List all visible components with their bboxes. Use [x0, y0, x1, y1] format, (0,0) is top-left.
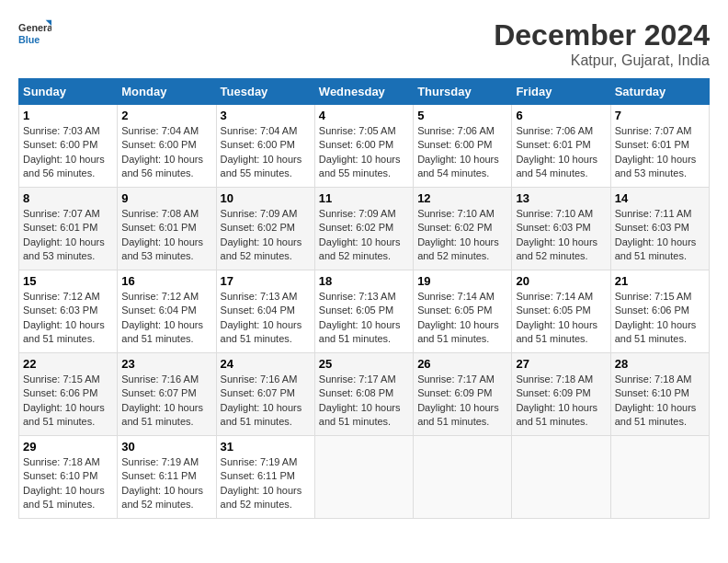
table-cell: 7Sunrise: 7:07 AM Sunset: 6:01 PM Daylig… [610, 105, 709, 188]
table-cell: 15Sunrise: 7:12 AM Sunset: 6:03 PM Dayli… [19, 270, 118, 353]
day-info: Sunrise: 7:19 AM Sunset: 6:11 PM Dayligh… [121, 455, 211, 512]
table-cell: 30Sunrise: 7:19 AM Sunset: 6:11 PM Dayli… [118, 436, 216, 519]
day-info: Sunrise: 7:06 AM Sunset: 6:01 PM Dayligh… [516, 124, 606, 181]
day-info: Sunrise: 7:07 AM Sunset: 6:01 PM Dayligh… [615, 124, 705, 181]
day-number: 9 [121, 191, 211, 205]
table-cell: 12Sunrise: 7:10 AM Sunset: 6:02 PM Dayli… [414, 188, 512, 270]
day-number: 26 [417, 357, 507, 371]
day-info: Sunrise: 7:04 AM Sunset: 6:00 PM Dayligh… [121, 124, 211, 181]
day-info: Sunrise: 7:17 AM Sunset: 6:08 PM Dayligh… [319, 373, 409, 430]
table-cell: 22Sunrise: 7:15 AM Sunset: 6:06 PM Dayli… [19, 353, 118, 436]
logo: General Blue [18, 18, 51, 52]
day-info: Sunrise: 7:15 AM Sunset: 6:06 PM Dayligh… [23, 373, 113, 430]
logo-icon: General Blue [18, 18, 51, 52]
table-cell: 21Sunrise: 7:15 AM Sunset: 6:06 PM Dayli… [610, 270, 709, 353]
day-number: 17 [221, 274, 311, 288]
table-cell [314, 436, 413, 519]
header-monday: Monday [118, 79, 216, 105]
table-cell: 31Sunrise: 7:19 AM Sunset: 6:11 PM Dayli… [216, 436, 314, 519]
table-cell: 9Sunrise: 7:08 AM Sunset: 6:01 PM Daylig… [118, 188, 216, 270]
table-cell: 1Sunrise: 7:03 AM Sunset: 6:00 PM Daylig… [19, 105, 118, 188]
table-cell: 23Sunrise: 7:16 AM Sunset: 6:07 PM Dayli… [118, 353, 216, 436]
week-row-4: 22Sunrise: 7:15 AM Sunset: 6:06 PM Dayli… [19, 353, 710, 436]
day-info: Sunrise: 7:12 AM Sunset: 6:03 PM Dayligh… [23, 290, 113, 347]
day-number: 29 [23, 440, 113, 454]
title-block: December 2024 Katpur, Gujarat, India [494, 18, 710, 69]
day-info: Sunrise: 7:18 AM Sunset: 6:09 PM Dayligh… [516, 373, 606, 430]
day-number: 22 [23, 357, 113, 371]
table-cell: 6Sunrise: 7:06 AM Sunset: 6:01 PM Daylig… [512, 105, 610, 188]
day-number: 21 [615, 274, 705, 288]
table-cell: 29Sunrise: 7:18 AM Sunset: 6:10 PM Dayli… [19, 436, 118, 519]
day-number: 30 [121, 440, 211, 454]
table-cell: 2Sunrise: 7:04 AM Sunset: 6:00 PM Daylig… [118, 105, 216, 188]
header-friday: Friday [512, 79, 610, 105]
day-number: 28 [615, 357, 705, 371]
table-cell: 11Sunrise: 7:09 AM Sunset: 6:02 PM Dayli… [314, 188, 413, 270]
day-info: Sunrise: 7:03 AM Sunset: 6:00 PM Dayligh… [23, 124, 113, 181]
day-info: Sunrise: 7:18 AM Sunset: 6:10 PM Dayligh… [615, 373, 705, 430]
table-cell: 5Sunrise: 7:06 AM Sunset: 6:00 PM Daylig… [414, 105, 512, 188]
table-cell: 26Sunrise: 7:17 AM Sunset: 6:09 PM Dayli… [414, 353, 512, 436]
week-row-2: 8Sunrise: 7:07 AM Sunset: 6:01 PM Daylig… [19, 188, 710, 270]
table-cell [512, 436, 610, 519]
table-cell: 25Sunrise: 7:17 AM Sunset: 6:08 PM Dayli… [314, 353, 413, 436]
day-info: Sunrise: 7:15 AM Sunset: 6:06 PM Dayligh… [615, 290, 705, 347]
week-row-5: 29Sunrise: 7:18 AM Sunset: 6:10 PM Dayli… [19, 436, 710, 519]
day-info: Sunrise: 7:14 AM Sunset: 6:05 PM Dayligh… [516, 290, 606, 347]
day-info: Sunrise: 7:09 AM Sunset: 6:02 PM Dayligh… [221, 207, 311, 264]
table-cell: 4Sunrise: 7:05 AM Sunset: 6:00 PM Daylig… [314, 105, 413, 188]
day-number: 20 [516, 274, 606, 288]
calendar-table: Sunday Monday Tuesday Wednesday Thursday… [18, 78, 710, 519]
table-cell: 8Sunrise: 7:07 AM Sunset: 6:01 PM Daylig… [19, 188, 118, 270]
day-info: Sunrise: 7:19 AM Sunset: 6:11 PM Dayligh… [221, 455, 311, 512]
svg-text:General: General [18, 22, 51, 33]
day-info: Sunrise: 7:14 AM Sunset: 6:05 PM Dayligh… [417, 290, 507, 347]
day-number: 16 [121, 274, 211, 288]
day-info: Sunrise: 7:06 AM Sunset: 6:00 PM Dayligh… [417, 124, 507, 181]
table-cell: 20Sunrise: 7:14 AM Sunset: 6:05 PM Dayli… [512, 270, 610, 353]
header-saturday: Saturday [610, 79, 709, 105]
day-info: Sunrise: 7:11 AM Sunset: 6:03 PM Dayligh… [615, 207, 705, 264]
day-number: 3 [221, 109, 311, 122]
table-cell: 27Sunrise: 7:18 AM Sunset: 6:09 PM Dayli… [512, 353, 610, 436]
day-info: Sunrise: 7:12 AM Sunset: 6:04 PM Dayligh… [121, 290, 211, 347]
day-info: Sunrise: 7:17 AM Sunset: 6:09 PM Dayligh… [417, 373, 507, 430]
day-number: 2 [121, 109, 211, 122]
day-number: 27 [516, 357, 606, 371]
day-info: Sunrise: 7:16 AM Sunset: 6:07 PM Dayligh… [121, 373, 211, 430]
day-number: 10 [221, 191, 311, 205]
day-info: Sunrise: 7:10 AM Sunset: 6:02 PM Dayligh… [417, 207, 507, 264]
day-number: 1 [23, 109, 113, 122]
header-wednesday: Wednesday [314, 79, 413, 105]
day-info: Sunrise: 7:04 AM Sunset: 6:00 PM Dayligh… [221, 124, 311, 181]
day-number: 31 [221, 440, 311, 454]
table-cell [414, 436, 512, 519]
day-info: Sunrise: 7:16 AM Sunset: 6:07 PM Dayligh… [221, 373, 311, 430]
day-number: 13 [516, 191, 606, 205]
week-row-1: 1Sunrise: 7:03 AM Sunset: 6:00 PM Daylig… [19, 105, 710, 188]
day-number: 19 [417, 274, 507, 288]
table-cell: 16Sunrise: 7:12 AM Sunset: 6:04 PM Dayli… [118, 270, 216, 353]
day-number: 14 [615, 191, 705, 205]
table-cell: 13Sunrise: 7:10 AM Sunset: 6:03 PM Dayli… [512, 188, 610, 270]
day-info: Sunrise: 7:10 AM Sunset: 6:03 PM Dayligh… [516, 207, 606, 264]
table-cell [610, 436, 709, 519]
day-number: 4 [319, 109, 409, 122]
day-info: Sunrise: 7:13 AM Sunset: 6:04 PM Dayligh… [221, 290, 311, 347]
day-number: 6 [516, 109, 606, 122]
day-info: Sunrise: 7:09 AM Sunset: 6:02 PM Dayligh… [319, 207, 409, 264]
day-number: 8 [23, 191, 113, 205]
day-number: 12 [417, 191, 507, 205]
day-info: Sunrise: 7:13 AM Sunset: 6:05 PM Dayligh… [319, 290, 409, 347]
day-info: Sunrise: 7:18 AM Sunset: 6:10 PM Dayligh… [23, 455, 113, 512]
page-title: December 2024 [494, 18, 710, 52]
table-cell: 3Sunrise: 7:04 AM Sunset: 6:00 PM Daylig… [216, 105, 314, 188]
table-cell: 24Sunrise: 7:16 AM Sunset: 6:07 PM Dayli… [216, 353, 314, 436]
day-number: 7 [615, 109, 705, 122]
svg-text:Blue: Blue [18, 34, 40, 45]
day-number: 15 [23, 274, 113, 288]
table-cell: 28Sunrise: 7:18 AM Sunset: 6:10 PM Dayli… [610, 353, 709, 436]
table-cell: 14Sunrise: 7:11 AM Sunset: 6:03 PM Dayli… [610, 188, 709, 270]
day-info: Sunrise: 7:08 AM Sunset: 6:01 PM Dayligh… [121, 207, 211, 264]
